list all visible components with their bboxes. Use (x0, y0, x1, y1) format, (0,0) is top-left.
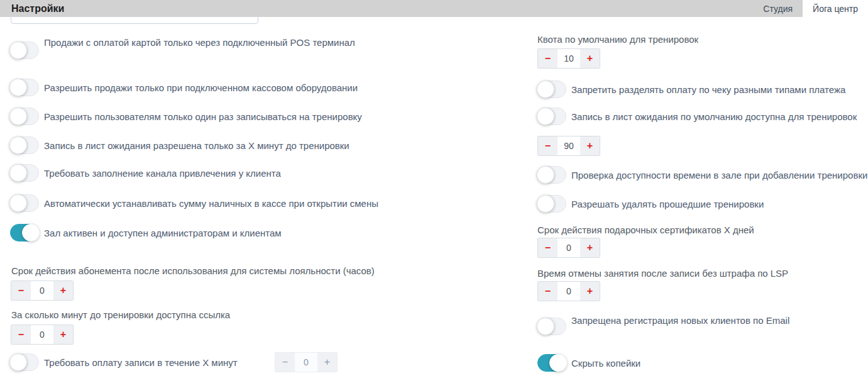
location-tabs: Студия Йога центр (753, 0, 868, 17)
setting-label: Разрешать удалять прошедшие тренировки (571, 198, 764, 210)
setting-row-waitlist-x-minutes: Запись в лист ожидания разрешена только … (10, 136, 349, 154)
toggle-waitlist-default[interactable] (537, 108, 566, 125)
toggle-knob (9, 42, 27, 59)
setting-row-check-hall-time: Проверка доступности времени в зале при … (537, 166, 867, 184)
plus-button[interactable]: + (580, 282, 600, 301)
minus-button[interactable]: − (538, 282, 558, 301)
plus-button[interactable]: + (580, 238, 600, 257)
setting-label: Автоматически устанавливать сумму наличн… (44, 197, 378, 209)
plus-button: + (317, 353, 337, 372)
toggle-knob (549, 354, 567, 372)
toggle-check-hall-time[interactable] (537, 166, 566, 184)
toggle-waitlist-x-minutes[interactable] (10, 136, 39, 154)
stepper-value: 0 (295, 353, 317, 372)
stepper-value[interactable]: 0 (31, 325, 53, 344)
setting-row-hide-kopecks: Скрыть копейки (537, 354, 640, 372)
setting-label: Проверка доступности времени в зале при … (571, 169, 867, 181)
setting-row-waitlist-default: Запись в лист ожидания по умолчанию дост… (537, 108, 857, 125)
field-label-default-quota: Квота по умолчанию для тренировок (537, 33, 698, 45)
toggle-knob (537, 195, 554, 213)
setting-label: Запретить разделять оплату по чеку разны… (571, 84, 845, 96)
plus-button[interactable]: + (580, 49, 600, 68)
field-label-link-minutes: За сколько минут до тренировки доступна … (11, 309, 230, 321)
setting-label: Запись в лист ожидания разрешена только … (44, 140, 349, 152)
toggle-auto-cash-amount[interactable] (10, 194, 39, 212)
stepper-link-minutes: − 0 + (11, 325, 74, 345)
stepper-value[interactable]: 10 (558, 49, 580, 68)
setting-label: Запись в лист ожидания по умолчанию дост… (571, 111, 857, 123)
plus-button[interactable]: + (53, 325, 73, 344)
minus-button[interactable]: − (538, 136, 558, 155)
stepper-payment-within: − 0 + (275, 352, 338, 372)
toggle-hall-active[interactable] (10, 224, 39, 241)
minus-button[interactable]: − (538, 238, 558, 257)
stepper-default-quota: − 10 + (537, 48, 600, 69)
setting-row-pos-terminal: Продажи с оплатой картой только через по… (10, 36, 355, 59)
stepper-value[interactable]: 0 (558, 238, 580, 257)
toggle-forbid-split-payment[interactable] (537, 80, 566, 98)
toggle-cash-equipment[interactable] (10, 79, 39, 96)
toggle-knob (537, 166, 554, 184)
settings-page: Настройки Студия Йога центр Продажи с оп… (0, 0, 868, 383)
stepper-cancel-time-lsp: − 0 + (537, 281, 600, 301)
toggle-forbid-email-reg[interactable] (537, 318, 566, 335)
field-label-gift-cert-days: Срок действия подарочных сертификатов X … (537, 224, 754, 236)
toggle-knob (22, 224, 40, 241)
toggle-knob (537, 108, 554, 125)
setting-label: Требовать заполнение канала привлечения … (44, 167, 281, 179)
setting-row-allow-delete-past: Разрешать удалять прошедшие тренировки (537, 195, 764, 213)
toggle-payment-within[interactable] (10, 353, 39, 371)
setting-row-single-booking: Разрешить пользователям только один раз … (10, 108, 362, 125)
page-title: Настройки (0, 3, 64, 14)
setting-row-auto-cash-amount: Автоматически устанавливать сумму наличн… (10, 194, 378, 212)
setting-row-forbid-split-payment: Запретить разделять оплату по чеку разны… (537, 80, 845, 98)
setting-label: Требовать оплату записи в течение X мину… (44, 357, 238, 369)
stepper-value[interactable]: 90 (558, 136, 580, 155)
stepper-value[interactable]: 0 (31, 281, 53, 300)
setting-row-cash-equipment: Разрешить продажи только при подключенно… (10, 79, 358, 96)
toggle-knob (9, 194, 27, 212)
toggle-knob (9, 164, 27, 182)
toggle-hide-kopecks[interactable] (537, 354, 566, 372)
toggle-knob (9, 79, 27, 96)
toggle-knob (537, 318, 554, 335)
toggle-knob (537, 80, 554, 98)
setting-label: Разрешить продажи только при подключенно… (44, 82, 358, 94)
stepper-waitlist-default: − 90 + (537, 136, 600, 156)
setting-label: Скрыть копейки (571, 357, 640, 369)
minus-button[interactable]: − (538, 49, 558, 68)
minus-button[interactable]: − (11, 325, 31, 344)
setting-row-payment-within: Требовать оплату записи в течение X мину… (10, 353, 238, 371)
toggle-knob (9, 108, 27, 125)
minus-button: − (275, 353, 295, 372)
setting-row-hall-active: Зал активен и доступен администраторам и… (10, 224, 282, 241)
toggle-pos-terminal[interactable] (10, 42, 39, 59)
minus-button[interactable]: − (11, 281, 31, 300)
setting-label: Запрещена регистрация новых клиентов по … (571, 314, 789, 326)
toggle-allow-delete-past[interactable] (537, 195, 566, 213)
plus-button[interactable]: + (580, 136, 600, 155)
plus-button[interactable]: + (53, 281, 73, 300)
toggle-single-booking[interactable] (10, 108, 39, 125)
setting-label: Зал активен и доступен администраторам и… (44, 227, 282, 239)
setting-row-forbid-email-reg: Запрещена регистрация новых клиентов по … (537, 314, 789, 335)
tab-yoga-center[interactable]: Йога центр (803, 0, 868, 17)
toggle-knob (9, 136, 27, 154)
stepper-loyalty-validity: − 0 + (11, 280, 74, 301)
toggle-knob (9, 353, 27, 371)
stepper-gift-cert-days: − 0 + (537, 238, 600, 258)
stepper-value[interactable]: 0 (558, 282, 580, 301)
setting-label: Продажи с оплатой картой только через по… (44, 36, 355, 48)
field-label-cancel-time-lsp: Время отмены занятия после записи без шт… (537, 267, 788, 279)
toggle-acquisition-channel[interactable] (10, 164, 39, 182)
header-bar: Настройки Студия Йога центр (0, 0, 868, 17)
tab-studio[interactable]: Студия (753, 0, 803, 17)
setting-row-acquisition-channel: Требовать заполнение канала привлечения … (10, 164, 281, 182)
field-label-loyalty-validity: Срок действия абонемента после использов… (11, 265, 375, 277)
setting-label: Разрешить пользователям только один раз … (44, 111, 362, 123)
